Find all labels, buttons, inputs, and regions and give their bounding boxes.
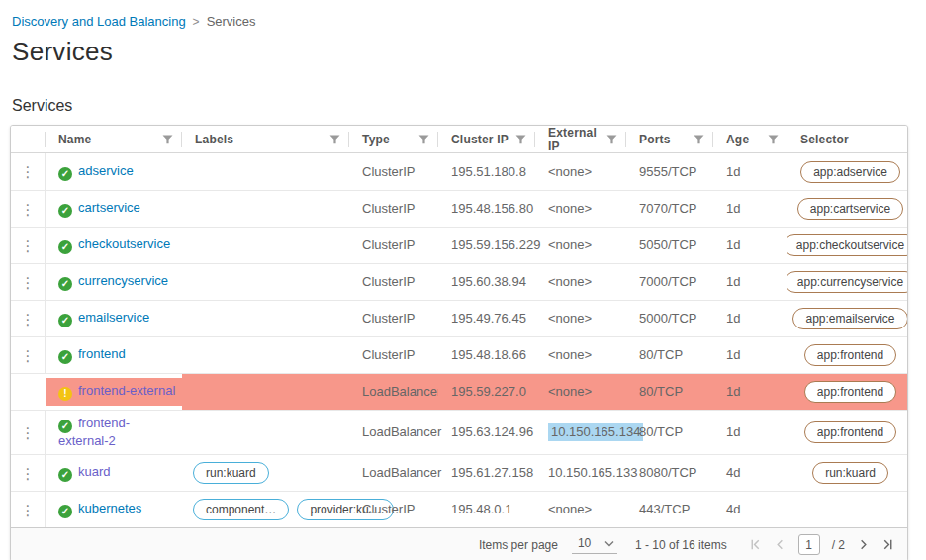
service-name-link[interactable]: currencyservice (78, 273, 168, 288)
type-cell: ClusterIP (349, 228, 438, 263)
selector-cell: app:frontend (787, 411, 907, 454)
column-header-label: Selector (800, 133, 849, 146)
name-cell: ✓checkoutservice (46, 232, 182, 259)
selector-cell: app:emailservice (787, 301, 907, 336)
selector-cell: app:currencyservice (787, 264, 907, 300)
kebab-menu-icon[interactable]: ⋮ (21, 503, 36, 517)
services-page: Discovery and Load Balancing > Services … (0, 0, 926, 560)
table-row: ⋮ ✓frontend-external-2 LoadBalancer 195.… (11, 410, 907, 454)
kebab-menu-icon[interactable]: ⋮ (21, 466, 36, 481)
table-row: ⋮ ✓currencyservice ClusterIP 195.60.38.9… (11, 263, 907, 300)
kebab-menu-icon[interactable]: ⋮ (21, 425, 36, 440)
cluster-ip-cell: 195.51.180.8 (438, 153, 535, 190)
external-ip-value: <none> (548, 311, 592, 327)
age-cell: 1d (713, 374, 787, 410)
table-row: ⋮ ✓kuard run:kuard LoadBalancer 195.61.2… (11, 454, 907, 491)
service-name-link[interactable]: cartservice (78, 200, 140, 215)
status-icon: ✓ (58, 277, 72, 291)
page-title: Services (12, 37, 908, 67)
service-name-link[interactable]: kubernetes (78, 501, 141, 515)
service-name-link[interactable]: frontend-external (78, 383, 175, 398)
datagrid-body: ⋮ ✓adservice ClusterIP 195.51.180.8 <non… (11, 153, 907, 527)
ports-cell: 5050/TCP (626, 228, 713, 263)
row-menu-cell: ⋮ (11, 153, 46, 190)
breadcrumb-current: Services (207, 14, 256, 29)
service-name-link[interactable]: frontend (78, 346, 126, 361)
selector-badge: app:adservice (800, 161, 900, 183)
page-size-select[interactable]: 10 (572, 535, 617, 554)
name-cell: ✓emailservice (46, 305, 182, 332)
filter-icon[interactable] (606, 135, 617, 144)
name-cell: ✓currencyservice (46, 268, 182, 296)
status-icon: ✓ (58, 314, 72, 327)
column-header-selector[interactable]: Selector (787, 126, 907, 153)
column-header-name[interactable]: Name (46, 126, 182, 153)
column-header-external-ip[interactable]: External IP (535, 126, 626, 153)
column-header-ports[interactable]: Ports (626, 126, 713, 153)
selector-badge: run:kuard (812, 462, 888, 484)
service-name-link[interactable]: kuard (78, 464, 111, 479)
column-header-labels[interactable]: Labels (182, 126, 349, 153)
external-ip-value: 10.150.165.133 (548, 465, 637, 481)
kebab-menu-icon[interactable]: ⋮ (21, 202, 36, 217)
type-cell: ClusterIP (349, 492, 438, 527)
filter-icon[interactable] (418, 135, 429, 144)
row-menu-cell: ⋮ (11, 337, 46, 373)
column-header-type[interactable]: Type (349, 126, 438, 153)
selector-badge: app:currencyservice (787, 271, 907, 293)
cluster-ip-cell: 195.60.38.94 (438, 264, 535, 300)
filter-icon[interactable] (694, 135, 704, 144)
last-page-icon[interactable] (881, 538, 894, 551)
name-cell: ✓frontend-external-2 (46, 411, 182, 454)
breadcrumb-parent-link[interactable]: Discovery and Load Balancing (12, 14, 186, 29)
column-header-age[interactable]: Age (713, 126, 787, 153)
column-header-label: Ports (639, 133, 671, 146)
pagination-controls: / 2 (749, 534, 894, 555)
datagrid-header-row: NameLabelsTypeCluster IPExternal IPPorts… (11, 126, 907, 153)
name-cell: ✓adservice (46, 158, 182, 186)
selector-cell: run:kuard (787, 455, 907, 491)
row-menu-cell: ⋮ (11, 301, 46, 336)
service-name-link[interactable]: adservice (78, 163, 134, 178)
labels-cell (182, 411, 349, 454)
current-page-input[interactable] (798, 534, 820, 555)
cluster-ip-cell: 195.48.18.66 (438, 337, 535, 373)
label-badge: run:kuard (193, 462, 269, 484)
filter-icon[interactable] (329, 135, 340, 144)
label-badge: component… (193, 499, 289, 520)
selector-cell: app:frontend (787, 337, 907, 373)
type-cell: ClusterIP (349, 153, 438, 190)
filter-icon[interactable] (515, 135, 526, 144)
filter-icon[interactable] (768, 135, 779, 144)
selector-cell: app:checkoutservice (787, 228, 907, 263)
external-ip-cell: <none> (535, 264, 626, 300)
next-page-icon[interactable] (857, 538, 870, 551)
column-header-cluster-ip[interactable]: Cluster IP (438, 126, 535, 153)
services-datagrid: NameLabelsTypeCluster IPExternal IPPorts… (10, 125, 908, 560)
column-header-label: Type (362, 133, 390, 146)
status-icon: ! (58, 387, 72, 401)
selector-cell (787, 492, 907, 527)
type-cell: ClusterIP (349, 191, 438, 227)
external-ip-cell: <none> (535, 301, 626, 336)
kebab-menu-icon[interactable]: ⋮ (21, 164, 36, 179)
status-icon: ✓ (58, 240, 72, 254)
ports-cell: 80/TCP (626, 411, 713, 454)
service-name-link[interactable]: emailservice (78, 310, 149, 325)
section-title: Services (12, 97, 908, 115)
cluster-ip-cell: 195.61.27.158 (438, 455, 535, 491)
type-cell: LoadBalancer (349, 374, 438, 410)
external-ip-cell: 10.150.165.133 (535, 455, 626, 491)
kebab-menu-icon[interactable]: ⋮ (21, 275, 36, 290)
kebab-menu-icon[interactable]: ⋮ (21, 312, 36, 327)
type-cell: ClusterIP (349, 337, 438, 373)
external-ip-value: <none> (548, 164, 592, 180)
kebab-menu-icon[interactable]: ⋮ (21, 348, 36, 363)
column-header-label: Labels (195, 133, 233, 146)
ports-cell: 7000/TCP (626, 264, 713, 300)
kebab-menu-icon[interactable]: ⋮ (21, 238, 36, 253)
service-name-link[interactable]: checkoutservice (78, 236, 170, 251)
filter-icon[interactable] (162, 135, 173, 144)
age-cell: 1d (713, 264, 787, 300)
selector-badge: app:checkoutservice (787, 234, 907, 256)
